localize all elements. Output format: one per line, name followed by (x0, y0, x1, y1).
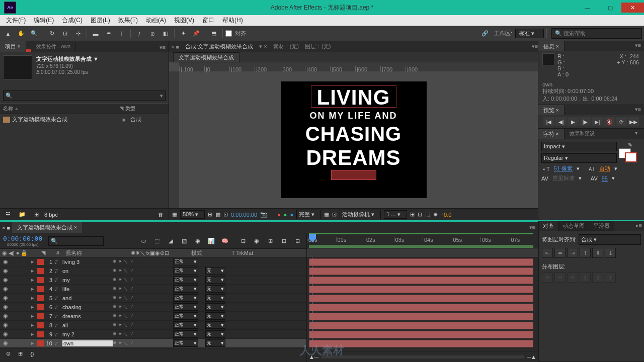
ram-preview-button[interactable]: ▶▶ (628, 117, 639, 126)
layer-name[interactable]: living 3 (62, 259, 113, 265)
menu-效果(T)[interactable]: 效果(T) (114, 15, 142, 26)
hand-tool-icon[interactable]: ✋ (15, 28, 27, 39)
shy-icon[interactable]: ◢ (165, 235, 177, 246)
help-search-input[interactable]: 🔍 搜索帮助 (551, 28, 642, 39)
visibility-icon[interactable]: ◉ (2, 340, 9, 346)
expand-icon[interactable]: ▸ (31, 267, 37, 274)
blend-mode-dropdown[interactable]: 正常▾ (173, 294, 198, 302)
col-mode[interactable]: 模式 (191, 249, 231, 257)
layer-name[interactable]: dreams (62, 313, 113, 319)
trkmat-dropdown[interactable]: 无▾ (205, 321, 225, 329)
loop-button[interactable]: ⟳ (616, 117, 627, 126)
layer-row-on[interactable]: ◉ ▸ 2 T on ✺ ✷ ＼ ∕ 正常▾ 无▾ (0, 266, 306, 276)
trkmat-dropdown[interactable]: 无▾ (205, 303, 225, 311)
rotation-tool-icon[interactable]: ↻ (46, 28, 58, 39)
blend-mode-dropdown[interactable]: 正常▾ (173, 303, 198, 311)
region-icon[interactable]: ▦ (324, 211, 329, 218)
local-axis-icon[interactable]: ⬒ (208, 28, 220, 39)
blend-mode-dropdown[interactable]: 正常▾ (173, 312, 198, 320)
layer-bar[interactable] (309, 322, 533, 329)
stroke-color[interactable] (625, 152, 637, 162)
align-hcenter-icon[interactable]: ⬌ (554, 248, 566, 258)
bit-depth[interactable]: 8 bpc (44, 212, 58, 218)
menu-窗口[interactable]: 窗口 (198, 15, 218, 26)
panel-menu-icon[interactable]: ▾≡ (156, 43, 169, 52)
layer-row-my[interactable]: ◉ ▸ 3 T my ✺ ✷ ＼ ∕ 正常▾ 无▾ (0, 276, 306, 285)
selection-tool-icon[interactable]: ▲ (2, 28, 14, 39)
eraser-tool-icon[interactable]: ◧ (159, 28, 172, 39)
text-tool-icon[interactable]: T (116, 28, 128, 39)
trkmat-dropdown[interactable]: 无▾ (205, 339, 225, 347)
visibility-icon[interactable]: ◉ (2, 304, 9, 310)
menu-图层(L)[interactable]: 图层(L) (87, 15, 114, 26)
clone-tool-icon[interactable]: ⎚ (146, 28, 158, 39)
blend-mode-dropdown[interactable]: 正常▾ (173, 267, 198, 275)
col-name[interactable]: 名称 (3, 105, 13, 112)
tracking-value[interactable]: 95 (602, 175, 608, 182)
align-left-icon[interactable]: ⇤ (542, 248, 553, 258)
visibility-icon[interactable]: ◉ (2, 331, 9, 337)
layer-bar[interactable] (309, 277, 533, 284)
next-frame-button[interactable]: |▶ (580, 117, 591, 126)
tab-effects-presets[interactable]: 效果和预设 (565, 129, 600, 139)
tab-info[interactable]: 信息 × (538, 41, 565, 51)
maximize-button[interactable]: ▢ (599, 3, 621, 13)
snapshot-icon[interactable]: 📷 (260, 211, 267, 218)
trkmat-dropdown[interactable]: 无▾ (205, 285, 225, 293)
timeline-search[interactable]: 🔍 (48, 236, 104, 246)
graph-editor-icon[interactable]: 📊 (205, 235, 217, 246)
tab-effect-controls[interactable]: 效果控件：own (31, 42, 76, 52)
trkmat-dropdown[interactable]: 无▾ (205, 312, 225, 320)
eyedropper-icon[interactable]: ✎ (619, 142, 641, 148)
zoom-dropdown[interactable]: 50% ▾ (180, 210, 205, 219)
play-button[interactable]: ▶ (568, 117, 579, 126)
trash-icon[interactable]: 🗑 (154, 209, 167, 220)
blend-mode-dropdown[interactable]: 正常▾ (173, 276, 198, 284)
new-comp-icon[interactable]: ⊞ (30, 209, 42, 220)
trkmat-dropdown[interactable]: 无▾ (205, 276, 225, 284)
res-icon[interactable]: ⊞ (208, 211, 212, 218)
layer-name[interactable]: and (62, 295, 113, 301)
quality-dropdown[interactable]: 完整 ▾ (296, 210, 321, 219)
label-color[interactable] (37, 322, 44, 328)
menu-帮助(H)[interactable]: 帮助(H) (218, 15, 247, 26)
layer-name[interactable]: my (62, 277, 113, 283)
align-bottom-icon[interactable]: ⤓ (605, 248, 616, 258)
trkmat-dropdown[interactable]: 无▾ (205, 330, 225, 338)
font-style-dropdown[interactable]: Regular ▾ (541, 153, 617, 163)
new-folder-icon[interactable]: 📁 (16, 209, 28, 220)
layer-name[interactable]: my 2 (62, 331, 113, 337)
expand-icon[interactable]: ▸ (31, 295, 37, 301)
roto-tool-icon[interactable]: ✦ (177, 28, 189, 39)
snap-checkbox[interactable] (225, 30, 232, 37)
layer-bar[interactable] (309, 267, 533, 275)
layer-name[interactable]: on (62, 268, 113, 274)
menu-动画(A)[interactable]: 动画(A) (142, 15, 170, 26)
search-web-icon[interactable]: 🔗 (479, 28, 491, 39)
blend-mode-dropdown[interactable]: 正常▾ (173, 285, 198, 293)
menu-合成(C)[interactable]: 合成(C) (58, 15, 87, 26)
label-color[interactable] (37, 259, 44, 265)
label-color[interactable] (37, 295, 44, 301)
time-ruler[interactable]: 00s01s02s03s04s05s06s07s (307, 233, 538, 248)
layer-name[interactable]: life (62, 286, 113, 292)
comp-mini-icon[interactable]: ⬭ (137, 235, 149, 246)
trkmat-dropdown[interactable]: 无▾ (205, 294, 225, 302)
blend-mode-dropdown[interactable]: 正常▾ (173, 330, 198, 338)
grid-icon[interactable]: ▦ (172, 211, 177, 218)
layer-row-chasing[interactable]: ◉ ▸ 6 T chasing ✺ ✷ ＼ ∕ 正常▾ 无▾ (0, 303, 306, 312)
visibility-icon[interactable]: ◉ (2, 267, 9, 274)
font-size[interactable]: 51 像素 (554, 165, 573, 172)
layer-row-and[interactable]: ◉ ▸ 5 T and ✺ ✷ ＼ ∕ 正常▾ 无▾ (0, 294, 306, 303)
layer-name[interactable]: chasing (62, 304, 113, 310)
layer-row-all[interactable]: ◉ ▸ 8 T all ✺ ✷ ＼ ∕ 正常▾ 无▾ (0, 321, 306, 330)
interpret-footage-icon[interactable]: ☱ (2, 209, 14, 220)
layer-row-my 2[interactable]: ◉ ▸ 9 T my 2 ✺ ✷ ＼ ∕ 正常▾ 无▾ (0, 330, 306, 339)
expand-icon[interactable]: ▸ (31, 340, 37, 346)
expand-icon[interactable]: ▸ (31, 286, 37, 292)
first-frame-button[interactable]: |◀ (543, 117, 554, 126)
close-button[interactable]: ✕ (621, 3, 644, 13)
align-vcenter-icon[interactable]: ⬍ (592, 248, 603, 258)
layer-name[interactable]: own (62, 340, 113, 346)
expand-icon[interactable]: ▸ (31, 258, 37, 265)
